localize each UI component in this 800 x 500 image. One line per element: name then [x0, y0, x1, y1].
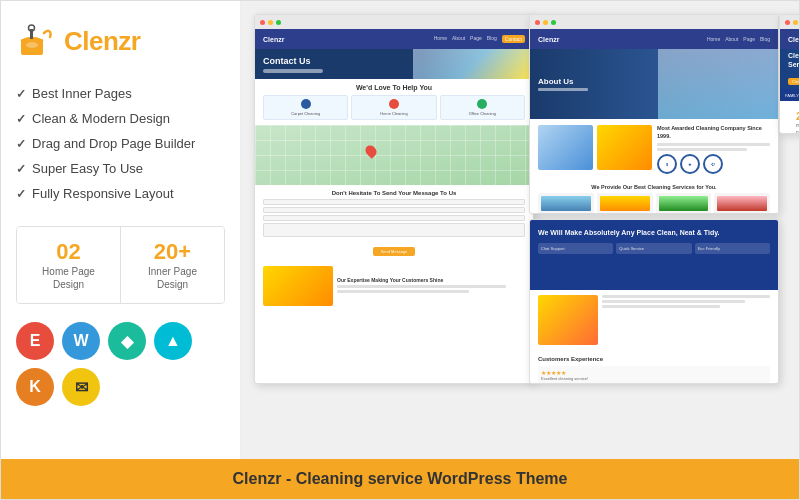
breadcrumb-line — [263, 69, 323, 73]
text-line — [657, 148, 747, 151]
mock-nav-links: Home About Page Blog Contact — [434, 35, 525, 43]
form-input-name[interactable] — [263, 199, 525, 205]
award-stat: 20+ most awarded cleaning company — [788, 106, 799, 134]
blue-section-images — [530, 290, 778, 350]
blue-section-title: We Will Make Absolutely Any Place Clean,… — [538, 228, 770, 238]
services-title: We Provide Our Best Cleaning Services fo… — [538, 184, 770, 190]
about-img-1 — [538, 125, 593, 170]
stars-1: ★★★★★ — [541, 369, 767, 376]
about-hero: About Us — [530, 49, 778, 119]
text-line — [602, 300, 745, 303]
home-page-stat: 02 Home Page Design — [17, 227, 121, 303]
about-image-row — [538, 125, 652, 174]
logo-area: Clenzr — [16, 21, 225, 61]
contact-page-title: Contact Us — [263, 56, 323, 66]
cleaning-img-1 — [538, 295, 598, 345]
customers-section: Customers Experience ★★★★★ Excellent cle… — [530, 350, 778, 384]
browser-bar-about — [530, 15, 778, 29]
screenshot-mockup: Clenzr Home About Page Blog Contact — [249, 9, 791, 451]
home-page-number: 02 — [27, 239, 110, 265]
mock-map — [255, 125, 533, 185]
nav-link-blog: Blog — [760, 36, 770, 42]
tech-icons-row: E W ◆ ▲ K ✉ — [16, 322, 225, 406]
service-icon-3 — [477, 99, 487, 109]
main-container: Clenzr Best Inner Pages Clean & Modern D… — [0, 0, 800, 500]
banner-item-1: FAMILY CLEANING — [785, 93, 799, 98]
close-dot — [535, 20, 540, 25]
service-label-1: Carpet — [541, 213, 591, 214]
about-main-title: Most Awarded Cleaning Company Since 1999… — [657, 125, 770, 140]
center-panel: Clenzr Home About Page Blog Contact — [241, 1, 799, 459]
stat-desc: most awarded cleaning company — [796, 122, 799, 134]
form-title: Don't Hesitate To Send Your Message To U… — [263, 190, 525, 196]
about-section: Most Awarded Cleaning Company Since 1999… — [530, 119, 778, 180]
services-section: We Provide Our Best Cleaning Services fo… — [530, 180, 778, 214]
mock-badges: $ ★ ⏱ — [657, 154, 770, 174]
badge-quality: ★ — [680, 154, 700, 174]
map-grid — [255, 125, 533, 185]
hero-text-area: CleaningServices Cleaning — [788, 51, 799, 87]
service-img-3 — [659, 196, 709, 211]
stat-number: 20+ — [796, 110, 799, 122]
nav-link-page: Page — [743, 36, 755, 42]
text-line — [657, 143, 770, 146]
mock-nav-about: Clenzr Home About Page Blog — [530, 29, 778, 49]
service-label-4: Hotel — [717, 213, 767, 214]
screenshot-about: Clenzr Home About Page Blog About Us — [529, 14, 779, 214]
service-icon-2 — [389, 99, 399, 109]
service-text-2: Home Cleaning — [355, 111, 432, 116]
close-dot — [260, 20, 265, 25]
about-text-content: Most Awarded Cleaning Company Since 1999… — [657, 125, 770, 174]
services-grid: Carpet House Office — [538, 193, 770, 214]
expertise-image — [263, 266, 333, 306]
mock-logo: Clenzr — [263, 36, 284, 43]
home-stats-row: 20+ most awarded cleaning company — [780, 101, 799, 134]
mock-form: Don't Hesitate To Send Your Message To U… — [255, 185, 533, 262]
service-text-3: Office Cleaning — [444, 111, 521, 116]
left-panel: Clenzr Best Inner Pages Clean & Modern D… — [1, 1, 241, 459]
mock-service-boxes: Carpet Cleaning Home Cleaning Office Cle… — [263, 95, 525, 120]
elementor-icon: E — [16, 322, 54, 360]
service-text-1: Carpet Cleaning — [267, 111, 344, 116]
content-area: Clenzr Best Inner Pages Clean & Modern D… — [1, 1, 799, 459]
logo-text: Clenzr — [64, 26, 140, 57]
mock-help-section: We'd Love To Help You Carpet Cleaning Ho… — [255, 79, 533, 125]
service-card-1: Carpet — [538, 193, 594, 214]
mock-nav-contact: Clenzr Home About Page Blog Contact — [255, 29, 533, 49]
home-page-label: Home Page Design — [27, 265, 110, 291]
service-img-2 — [600, 196, 650, 211]
minimize-dot — [543, 20, 548, 25]
form-input-phone[interactable] — [263, 215, 525, 221]
review-text-1: Excellent cleaning service! — [541, 376, 767, 381]
mailchimp-icon: ✉ — [62, 368, 100, 406]
nav-link: Contact — [502, 35, 525, 43]
browser-bar-contact — [255, 15, 533, 29]
feature-item: Fully Responsive Layout — [16, 181, 225, 206]
minimize-dot — [268, 20, 273, 25]
mock-contact-hero: Contact Us — [255, 49, 533, 79]
text-line — [337, 290, 469, 293]
mock-logo-home: Clenzr — [788, 36, 799, 43]
text-line — [337, 285, 506, 288]
form-submit-button[interactable]: Send Message — [373, 247, 416, 256]
service-label-2: House — [600, 213, 650, 214]
cleaning-text-area — [602, 295, 770, 345]
blue-card-text-2: Quick Service — [619, 246, 688, 251]
blue-clean-section: We Will Make Absolutely Any Place Clean,… — [530, 220, 778, 290]
form-textarea[interactable] — [263, 223, 525, 237]
service-icon-1 — [301, 99, 311, 109]
blue-card-3: Eco Friendly — [695, 243, 770, 254]
customers-title: Customers Experience — [538, 356, 770, 362]
nav-link-home: Home — [707, 36, 720, 42]
banner-strip: FAMILY CLEANING ● COMMERCIAL CLEANING — [780, 89, 799, 101]
expertise-section: Our Expertise Making Your Customers Shin… — [255, 262, 533, 310]
close-dot — [785, 20, 790, 25]
inner-page-stat: 20+ Inner Page Design — [121, 227, 224, 303]
nav-link: Page — [470, 35, 482, 43]
service-box-3: Office Cleaning — [440, 95, 525, 120]
svg-point-3 — [26, 42, 38, 48]
form-input-email[interactable] — [263, 207, 525, 213]
feature-item: Super Easy To Use — [16, 156, 225, 181]
service-card-4: Hotel — [714, 193, 770, 214]
about-hero-content: About Us — [538, 77, 588, 91]
